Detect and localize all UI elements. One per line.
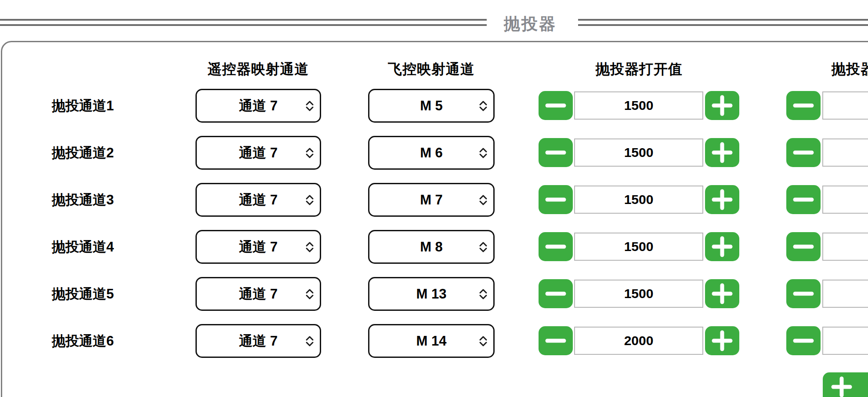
- plus-icon: [705, 91, 739, 120]
- minus-icon: [786, 279, 821, 308]
- up-down-chevron-icon: [305, 147, 315, 159]
- plus-icon: [705, 232, 739, 261]
- up-down-chevron-icon: [305, 241, 315, 253]
- open-value-field[interactable]: 1500: [574, 233, 703, 261]
- fc-channel-selected-value: M 13: [416, 286, 447, 302]
- up-down-chevron-icon: [305, 100, 315, 112]
- fc-channel-select[interactable]: M 14: [368, 324, 495, 358]
- open-value-increase-button[interactable]: [705, 138, 739, 167]
- rc-channel-selected-value: 通道 7: [239, 332, 278, 350]
- open-value-increase-button[interactable]: [705, 185, 739, 214]
- open-value-increase-button[interactable]: [705, 279, 739, 308]
- channel-row-label: 抛投通道4: [52, 230, 114, 264]
- column-header-fc-channel: 飞控映射通道: [388, 61, 475, 77]
- fc-channel-selected-value: M 14: [416, 333, 447, 349]
- plus-icon: [705, 326, 739, 355]
- app-window: 抛投器 遥控器映射通道 飞控映射通道 抛投器打开值 抛投器关闭值 抛投通道1 通…: [0, 0, 868, 397]
- up-down-chevron-icon: [478, 241, 488, 253]
- column-header-rc-channel: 遥控器映射通道: [208, 61, 309, 77]
- minus-icon: [786, 326, 821, 355]
- close-value-decrease-button[interactable]: [786, 138, 821, 167]
- fc-channel-selected-value: M 6: [420, 145, 443, 161]
- rc-channel-selected-value: 通道 7: [239, 238, 278, 256]
- open-value-field[interactable]: 1500: [574, 186, 703, 214]
- close-value-decrease-button[interactable]: [786, 279, 821, 308]
- open-value-field[interactable]: 2000: [574, 327, 703, 355]
- minus-icon: [539, 138, 573, 167]
- channel-row: 抛投通道3 通道 7 M 7 1500: [0, 183, 868, 217]
- fc-channel-selected-value: M 5: [420, 98, 443, 114]
- open-value-increase-button[interactable]: [705, 326, 739, 355]
- fc-channel-selected-value: M 7: [420, 192, 443, 208]
- up-down-chevron-icon: [478, 147, 488, 159]
- fc-channel-select[interactable]: M 6: [368, 136, 495, 170]
- up-down-chevron-icon: [478, 288, 488, 300]
- close-value-decrease-button[interactable]: [786, 91, 821, 120]
- rc-channel-selected-value: 通道 7: [239, 97, 278, 115]
- minus-icon: [539, 185, 573, 214]
- rc-channel-select[interactable]: 通道 7: [195, 230, 321, 264]
- minus-icon: [786, 232, 821, 261]
- channel-row: 抛投通道4 通道 7 M 8 1500: [0, 230, 868, 264]
- close-value-field[interactable]: [822, 233, 868, 261]
- rc-channel-select[interactable]: 通道 7: [195, 89, 321, 123]
- up-down-chevron-icon: [478, 194, 488, 206]
- plus-icon: [705, 185, 739, 214]
- open-value-decrease-button[interactable]: [539, 138, 573, 167]
- open-value-increase-button[interactable]: [705, 232, 739, 261]
- open-value-decrease-button[interactable]: [539, 185, 573, 214]
- open-value-field[interactable]: 1500: [574, 280, 703, 308]
- close-value-field[interactable]: [822, 91, 868, 120]
- minus-icon: [539, 232, 573, 261]
- minus-icon: [539, 91, 573, 120]
- close-value-field[interactable]: [822, 186, 868, 214]
- rc-channel-selected-value: 通道 7: [239, 191, 278, 209]
- up-down-chevron-icon: [478, 335, 488, 347]
- page-title: 抛投器: [504, 13, 557, 35]
- plus-icon: [825, 372, 859, 397]
- channel-row-label: 抛投通道6: [52, 324, 114, 358]
- close-value-decrease-button[interactable]: [786, 232, 821, 261]
- rc-channel-select[interactable]: 通道 7: [195, 136, 321, 170]
- channel-row-label: 抛投通道1: [52, 89, 114, 123]
- fc-channel-select[interactable]: M 8: [368, 230, 495, 264]
- close-value-field[interactable]: [822, 280, 868, 308]
- open-value-decrease-button[interactable]: [539, 91, 573, 120]
- up-down-chevron-icon: [305, 288, 315, 300]
- minus-icon: [539, 326, 573, 355]
- rc-channel-select[interactable]: 通道 7: [195, 277, 321, 311]
- open-value-decrease-button[interactable]: [539, 326, 573, 355]
- rc-channel-select[interactable]: 通道 7: [195, 324, 321, 358]
- fc-channel-select[interactable]: M 7: [368, 183, 495, 217]
- channel-row: 抛投通道5 通道 7 M 13 1500: [0, 277, 868, 311]
- channel-row: 抛投通道6 通道 7 M 14 2000: [0, 324, 868, 358]
- channel-row: 抛投通道1 通道 7 M 5 1500: [0, 89, 868, 123]
- title-rule-left: [0, 19, 487, 26]
- add-button[interactable]: [823, 372, 868, 397]
- channel-row-label: 抛投通道5: [52, 277, 114, 311]
- close-value-decrease-button[interactable]: [786, 326, 821, 355]
- minus-icon: [786, 91, 821, 120]
- title-rule-right: [578, 19, 868, 26]
- open-value-decrease-button[interactable]: [539, 279, 573, 308]
- open-value-increase-button[interactable]: [705, 91, 739, 120]
- fc-channel-select[interactable]: M 13: [368, 277, 495, 311]
- close-value-field[interactable]: [822, 327, 868, 355]
- fc-channel-select[interactable]: M 5: [368, 89, 495, 123]
- channel-row-label: 抛投通道2: [52, 136, 114, 170]
- up-down-chevron-icon: [305, 194, 315, 206]
- rc-channel-selected-value: 通道 7: [239, 144, 278, 162]
- close-value-field[interactable]: [822, 138, 868, 167]
- rc-channel-select[interactable]: 通道 7: [195, 183, 321, 217]
- plus-icon: [705, 138, 739, 167]
- plus-icon: [705, 279, 739, 308]
- fc-channel-selected-value: M 8: [420, 239, 443, 255]
- close-value-decrease-button[interactable]: [786, 185, 821, 214]
- minus-icon: [786, 138, 821, 167]
- channel-row: 抛投通道2 通道 7 M 6 1500: [0, 136, 868, 170]
- open-value-field[interactable]: 1500: [574, 91, 703, 120]
- minus-icon: [539, 279, 573, 308]
- column-header-open-value: 抛投器打开值: [596, 61, 683, 77]
- open-value-field[interactable]: 1500: [574, 138, 703, 167]
- open-value-decrease-button[interactable]: [539, 232, 573, 261]
